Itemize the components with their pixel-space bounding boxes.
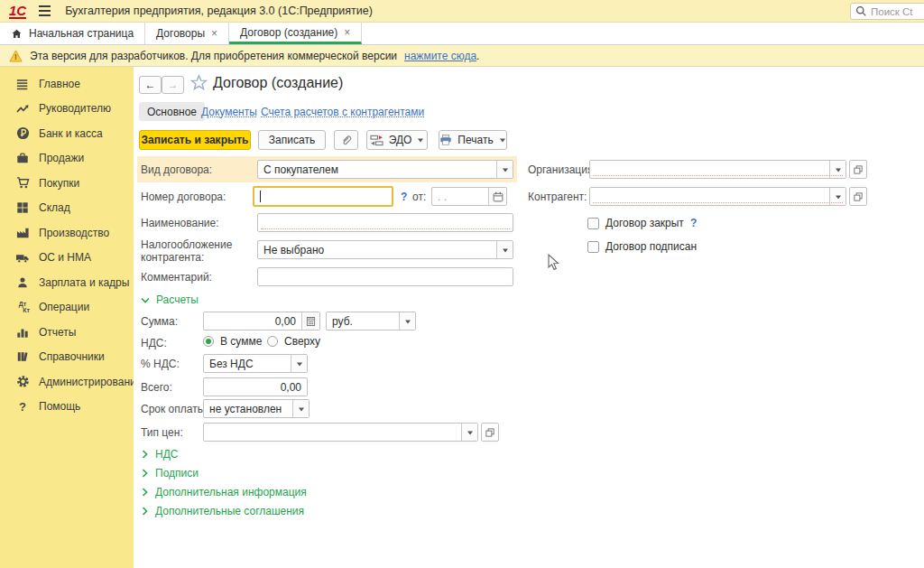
forward-button[interactable]: → xyxy=(162,76,184,94)
contract-kind-label: Вид договора: xyxy=(141,163,212,176)
tab-home[interactable]: Начальная страница xyxy=(0,23,145,44)
sidebar-item-reports[interactable]: Отчеты xyxy=(0,320,134,345)
chevron-right-icon xyxy=(141,488,149,497)
attachment-button[interactable] xyxy=(334,130,358,150)
global-search-input[interactable]: Поиск Ct xyxy=(850,3,924,20)
dt-kt-icon: ДтКт xyxy=(15,300,30,314)
name-label: Наименование: xyxy=(141,217,219,229)
vat-in-sum-radio[interactable]: В сумме xyxy=(203,335,262,348)
tab-contract-create[interactable]: Договор (создание) × xyxy=(229,23,362,44)
grid-icon xyxy=(15,200,30,215)
sum-input[interactable]: 0,00 xyxy=(203,312,320,331)
contractor-input[interactable] xyxy=(589,187,846,206)
contract-form: ← → Договор (создание) Основное Документ… xyxy=(134,67,924,568)
nav-tab-main[interactable]: Основное xyxy=(139,102,205,121)
tab-contracts[interactable]: Договоры × xyxy=(145,23,229,44)
name-input[interactable] xyxy=(257,213,513,232)
chevron-down-icon[interactable] xyxy=(399,312,415,330)
save-button[interactable]: Записать xyxy=(258,130,326,150)
sidebar-item-warehouse[interactable]: Склад xyxy=(0,196,134,221)
top-bar: 1С Бухгалтерия предприятия, редакция 3.0… xyxy=(0,0,924,23)
checkbox-icon xyxy=(587,241,599,253)
contract-date-input[interactable]: . . xyxy=(431,187,507,206)
sidebar-item-label: Продажи xyxy=(39,152,84,164)
chevron-down-icon[interactable] xyxy=(461,424,477,441)
sidebar-item-label: Администрирование xyxy=(39,376,142,388)
contractor-open-button[interactable] xyxy=(849,187,867,206)
edo-button[interactable]: ЭДО xyxy=(366,130,428,150)
search-icon xyxy=(855,5,867,17)
back-button[interactable]: ← xyxy=(139,76,162,94)
close-icon[interactable]: × xyxy=(344,26,350,39)
contract-signed-checkbox[interactable]: Договор подписан xyxy=(587,240,697,253)
sidebar-item-manager[interactable]: Руководителю xyxy=(0,97,134,122)
sidebar-item-main[interactable]: Главное xyxy=(0,71,134,97)
total-input[interactable]: 0,00 xyxy=(203,377,308,396)
sidebar-item-label: Покупки xyxy=(39,177,79,190)
chevron-down-icon[interactable] xyxy=(496,241,513,258)
organization-open-button[interactable] xyxy=(849,160,867,179)
date-from-label: от: xyxy=(412,191,426,203)
nav-tab-accounts[interactable]: Счета расчетов с контрагентами xyxy=(261,106,424,118)
calendar-icon[interactable] xyxy=(488,188,506,205)
comment-label: Комментарий: xyxy=(141,271,212,284)
section-signatures-toggle[interactable]: Подписи xyxy=(141,467,199,480)
sidebar-item-administration[interactable]: Администрирование xyxy=(0,369,134,395)
tab-bar: Начальная страница Договоры × Договор (с… xyxy=(0,23,924,45)
chevron-down-icon xyxy=(417,136,424,144)
open-form-icon xyxy=(485,427,495,438)
checkbox-icon xyxy=(587,218,599,229)
sidebar-item-operations[interactable]: ДтКт Операции xyxy=(0,295,134,321)
sidebar-item-help[interactable]: ? Помощь xyxy=(0,395,134,420)
section-additional-agreements-toggle[interactable]: Дополнительные соглашения xyxy=(141,505,304,517)
home-icon xyxy=(11,28,23,40)
favorite-star-icon[interactable] xyxy=(190,74,208,91)
chevron-down-icon xyxy=(499,136,506,144)
contract-number-input[interactable] xyxy=(253,186,393,207)
save-and-close-button[interactable]: Записать и закрыть xyxy=(139,130,251,150)
commercial-version-link[interactable]: нажмите сюда xyxy=(404,50,476,62)
chevron-down-icon[interactable] xyxy=(496,161,513,178)
sidebar-item-bank-cash[interactable]: Банк и касса xyxy=(0,121,134,146)
number-help-icon[interactable]: ? xyxy=(401,191,407,203)
due-label: Срок оплаты: xyxy=(141,403,208,415)
sidebar-item-directories[interactable]: Справочники xyxy=(0,345,134,370)
sidebar-item-purchases[interactable]: Покупки xyxy=(0,171,134,196)
sidebar-item-os-nma[interactable]: ОС и НМА xyxy=(0,246,134,271)
organization-label: Организация: xyxy=(528,163,596,176)
tax-select[interactable]: Не выбрано xyxy=(257,240,513,259)
calc-section-toggle[interactable]: Расчеты xyxy=(141,293,199,306)
organization-input[interactable] xyxy=(589,160,846,179)
sidebar-item-production[interactable]: Производство xyxy=(0,220,134,246)
nav-tab-documents[interactable]: Документы xyxy=(201,106,257,118)
contract-closed-checkbox[interactable]: Договор закрыт ? xyxy=(587,217,697,229)
comment-input[interactable] xyxy=(257,267,513,286)
price-type-open-button[interactable] xyxy=(481,423,499,442)
vat-on-top-radio[interactable]: Сверху xyxy=(267,335,320,348)
chevron-down-icon[interactable] xyxy=(292,400,309,417)
close-icon[interactable]: × xyxy=(211,27,217,40)
price-type-input[interactable] xyxy=(203,423,478,442)
vat-pct-select[interactable]: Без НДС xyxy=(203,354,308,373)
printer-icon xyxy=(439,134,452,146)
main-menu-icon[interactable] xyxy=(39,5,51,16)
chevron-down-icon xyxy=(141,296,150,304)
contract-kind-select[interactable]: С покупателем xyxy=(257,160,513,179)
chevron-down-icon[interactable] xyxy=(291,355,307,372)
currency-select[interactable]: руб. xyxy=(326,312,416,331)
print-button[interactable]: Печать xyxy=(439,130,507,150)
calculator-icon[interactable] xyxy=(301,312,319,330)
menu-icon xyxy=(15,77,30,91)
section-vat-toggle[interactable]: НДС xyxy=(141,448,178,461)
radio-selected-icon xyxy=(203,336,214,347)
sidebar-item-sales[interactable]: Продажи xyxy=(0,146,134,172)
contract-number-label: Номер договора: xyxy=(141,191,226,203)
open-form-icon xyxy=(853,191,864,202)
sidebar-item-label: Зарплата и кадры xyxy=(39,276,129,289)
required-marker xyxy=(593,175,843,176)
section-additional-info-toggle[interactable]: Дополнительная информация xyxy=(141,486,307,498)
due-select[interactable]: не установлен xyxy=(203,399,310,418)
app-title: Бухгалтерия предприятия, редакция 3.0 (1… xyxy=(65,5,373,17)
closed-help-icon[interactable]: ? xyxy=(690,217,697,229)
sidebar-item-salary-hr[interactable]: Зарплата и кадры xyxy=(0,270,134,295)
